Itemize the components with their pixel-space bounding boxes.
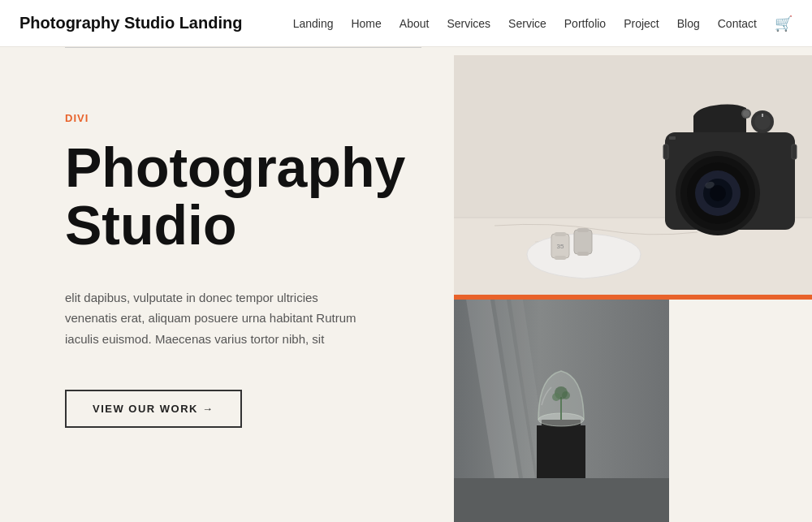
hero-title-line2: Studio xyxy=(65,194,237,256)
hero-title-line1: Photography xyxy=(65,136,405,198)
svg-rect-6 xyxy=(555,256,566,260)
nav-link-landing[interactable]: Landing xyxy=(293,17,334,30)
hero-image-top: 35 xyxy=(454,55,812,295)
nav-link-service[interactable]: Service xyxy=(508,17,546,30)
hero-section: DIVI Photography Studio elit dapibus, vu… xyxy=(0,47,812,522)
svg-rect-26 xyxy=(792,145,797,159)
hero-images: 35 xyxy=(454,47,812,522)
svg-point-17 xyxy=(710,185,726,201)
svg-rect-25 xyxy=(663,145,668,159)
nav-link-about[interactable]: About xyxy=(400,17,430,30)
hero-image-bottom xyxy=(454,300,669,522)
brand-logo[interactable]: Photography Studio Landing xyxy=(19,14,242,32)
svg-rect-9 xyxy=(577,228,589,232)
nav-item-project[interactable]: Project xyxy=(624,16,659,31)
nav-item-landing[interactable]: Landing xyxy=(293,16,334,31)
nav-item-service[interactable]: Service xyxy=(508,16,546,31)
nav-item-about[interactable]: About xyxy=(400,16,430,31)
svg-rect-24 xyxy=(669,136,676,140)
nav-link-portfolio[interactable]: Portfolio xyxy=(564,17,606,30)
cart-icon[interactable]: 🛒 xyxy=(775,15,793,32)
svg-rect-33 xyxy=(537,425,585,478)
nav-link-services[interactable]: Services xyxy=(447,17,490,30)
nav-item-portfolio[interactable]: Portfolio xyxy=(564,16,606,31)
room-scene-svg xyxy=(454,300,669,522)
svg-rect-10 xyxy=(577,252,589,256)
shopping-cart-icon[interactable]: 🛒 xyxy=(775,15,793,32)
nav-item-contact[interactable]: Contact xyxy=(718,16,757,31)
nav-menu: Landing Home About Services Service Port… xyxy=(293,15,793,32)
hero-description: elit dapibus, vulputate in donec tempor … xyxy=(65,287,374,350)
nav-link-contact[interactable]: Contact xyxy=(718,17,757,30)
orange-divider xyxy=(454,295,812,300)
divi-label: DIVI xyxy=(65,112,405,124)
navbar: Photography Studio Landing Landing Home … xyxy=(0,0,812,47)
nav-item-home[interactable]: Home xyxy=(351,16,381,31)
nav-link-blog[interactable]: Blog xyxy=(677,17,700,30)
camera-scene-svg: 35 xyxy=(454,55,812,295)
svg-text:35: 35 xyxy=(557,243,564,250)
svg-point-23 xyxy=(743,110,749,117)
svg-rect-5 xyxy=(555,232,566,236)
nav-item-blog[interactable]: Blog xyxy=(677,16,700,31)
svg-point-39 xyxy=(562,391,570,399)
svg-point-38 xyxy=(552,393,560,401)
nav-item-services[interactable]: Services xyxy=(447,16,490,31)
hero-content: DIVI Photography Studio elit dapibus, vu… xyxy=(0,47,454,522)
view-work-button[interactable]: VIEW OUR WORK → xyxy=(65,390,242,428)
nav-link-project[interactable]: Project xyxy=(624,17,659,30)
hero-title: Photography Studio xyxy=(65,139,405,255)
svg-rect-8 xyxy=(574,230,592,254)
nav-link-home[interactable]: Home xyxy=(351,17,381,30)
svg-rect-29 xyxy=(454,478,669,522)
